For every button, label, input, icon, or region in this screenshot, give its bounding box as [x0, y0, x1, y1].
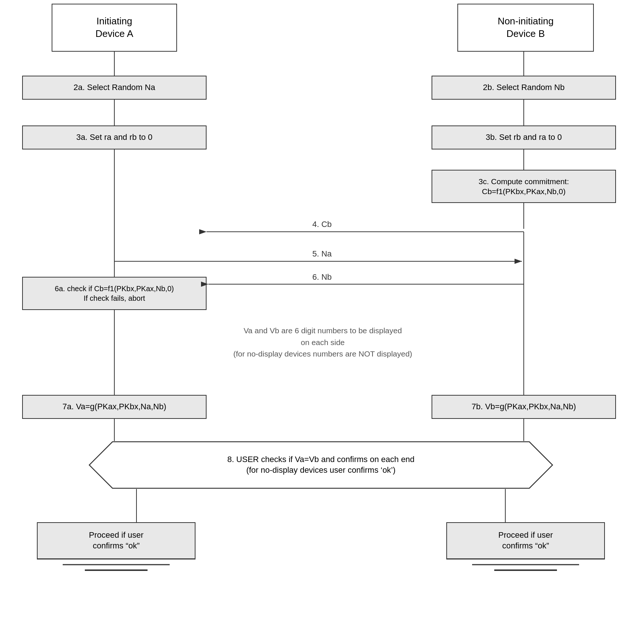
- diagram-container: Initiating Device A Non-initiating Devic…: [0, 0, 644, 644]
- step-2a-box: 2a. Select Random Na: [22, 76, 207, 100]
- step-3b-box: 3b. Set rb and ra to 0: [432, 125, 616, 149]
- step-7a-box: 7a. Va=g(PKax,PKbx,Na,Nb): [22, 395, 207, 419]
- step-2b-box: 2b. Select Random Nb: [432, 76, 616, 100]
- device-b-label: Non-initiating Device B: [498, 15, 554, 40]
- note-text: Va and Vb are 6 digit numbers to be disp…: [148, 325, 498, 360]
- step-7b-label: 7b. Vb=g(PKax,PKbx,Na,Nb): [471, 402, 576, 412]
- step-8-label: 8. USER checks if Va=Vb and confirms on …: [227, 455, 415, 475]
- step-4-label: 4. Cb: [312, 220, 332, 229]
- device-a-box: Initiating Device A: [52, 4, 177, 52]
- step-3a-box: 3a. Set ra and rb to 0: [22, 125, 207, 149]
- step-3a-label: 3a. Set ra and rb to 0: [76, 132, 153, 143]
- step-5-label: 5. Na: [312, 249, 332, 258]
- step-9a-box: Proceed if user confirms “ok”: [37, 522, 195, 559]
- step-9b-label: Proceed if user confirms “ok”: [498, 530, 553, 551]
- step-6a-label: 6a. check if Cb=f1(PKbx,PKax,Nb,0) If ch…: [55, 284, 174, 303]
- step-3b-label: 3b. Set rb and ra to 0: [486, 132, 562, 143]
- device-a-label: Initiating Device A: [96, 15, 134, 40]
- step-2a-label: 2a. Select Random Na: [73, 82, 155, 93]
- device-b-box: Non-initiating Device B: [457, 4, 594, 52]
- step-9a-label: Proceed if user confirms “ok”: [89, 530, 143, 551]
- step-3c-label: 3c. Compute commitment: Cb=f1(PKbx,PKax,…: [478, 176, 569, 197]
- step-7a-label: 7a. Va=g(PKax,PKbx,Na,Nb): [62, 402, 166, 412]
- step-3c-box: 3c. Compute commitment: Cb=f1(PKbx,PKax,…: [432, 170, 616, 203]
- step-2b-label: 2b. Select Random Nb: [483, 82, 564, 93]
- step-6-label: 6. Nb: [312, 272, 332, 282]
- step-7b-box: 7b. Vb=g(PKax,PKbx,Na,Nb): [432, 395, 616, 419]
- step-8-box: 8. USER checks if Va=Vb and confirms on …: [89, 441, 553, 489]
- step-9b-box: Proceed if user confirms “ok”: [446, 522, 605, 559]
- step-6a-box: 6a. check if Cb=f1(PKbx,PKax,Nb,0) If ch…: [22, 277, 207, 310]
